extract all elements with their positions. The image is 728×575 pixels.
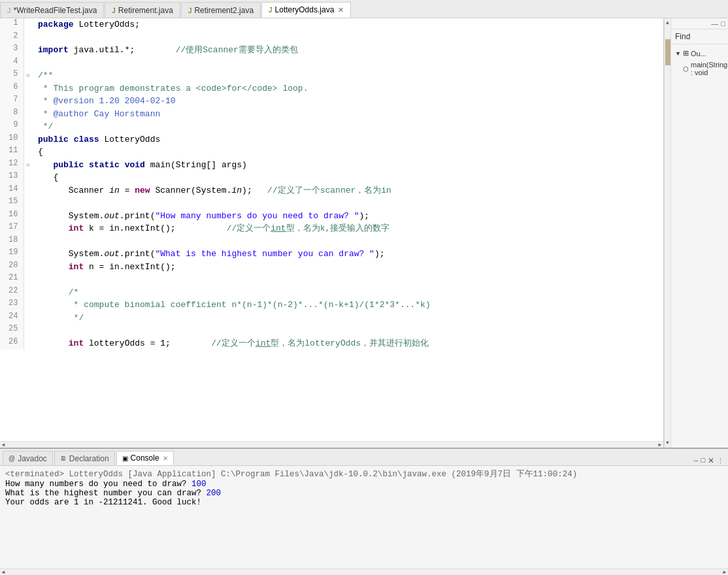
minimize-icon[interactable]: — bbox=[711, 20, 718, 27]
tab-retirement2[interactable]: J Retirement2.java bbox=[181, 2, 261, 18]
code-line-10: 10 public class LotteryOdds bbox=[0, 133, 663, 146]
line-number: 8 bbox=[0, 108, 24, 121]
line-number: 24 bbox=[0, 312, 24, 325]
fold-icon bbox=[24, 57, 33, 70]
line-number: 6 bbox=[0, 82, 24, 95]
line-number: 13 bbox=[0, 171, 24, 184]
tab-console[interactable]: ▣ Console ✕ bbox=[116, 451, 174, 465]
bottom-scroll-right[interactable]: ▶ bbox=[721, 569, 728, 575]
fold-icon bbox=[24, 299, 33, 312]
scroll-track bbox=[665, 26, 670, 440]
fold-icon bbox=[24, 324, 33, 337]
fold-icon bbox=[24, 235, 33, 248]
line-content: */ bbox=[33, 312, 663, 325]
code-line-23: 23 * compute binomial coefficient n*(n-1… bbox=[0, 299, 663, 312]
scroll-up-arrow[interactable]: ▲ bbox=[665, 20, 671, 26]
tab-retirement[interactable]: J Retirement.java bbox=[105, 2, 180, 18]
maximize-icon[interactable]: □ bbox=[721, 20, 725, 27]
code-line-9: 9 */ bbox=[0, 120, 663, 133]
scroll-down-arrow[interactable]: ▼ bbox=[665, 440, 671, 446]
java-file-icon: J bbox=[188, 7, 192, 14]
line-content: * @version 1.20 2004-02-10 bbox=[33, 95, 663, 108]
bottom-maximize-icon[interactable]: □ bbox=[701, 457, 705, 465]
console-output-line-1: How many numbers do you need to draw? 10… bbox=[5, 480, 723, 489]
scroll-thumb[interactable] bbox=[665, 39, 670, 65]
line-content: public static void main(String[] args) bbox=[33, 159, 663, 172]
code-line-6: 6 * This program demonstrates a <code>fo… bbox=[0, 82, 663, 95]
line-content bbox=[33, 57, 663, 70]
fold-icon bbox=[24, 108, 33, 121]
line-content: int k = in.nextInt(); //定义一个int型，名为k,接受输… bbox=[33, 222, 663, 235]
tab-label: *WriteReadFileTest.java bbox=[14, 6, 97, 15]
line-content: * This program demonstrates a <code>for<… bbox=[33, 82, 663, 95]
outline-item-label: main(String[]) : void bbox=[691, 61, 728, 76]
right-sidebar-controls: — □ bbox=[671, 18, 728, 29]
line-number: 4 bbox=[0, 57, 24, 70]
tab-write-read-file[interactable]: J *WriteReadFileTest.java bbox=[0, 2, 104, 18]
line-content: /** bbox=[33, 69, 663, 82]
java-file-icon: J bbox=[112, 7, 116, 14]
bottom-extra-icon[interactable]: ⋮ bbox=[717, 457, 724, 465]
fold-icon[interactable]: ⊖ bbox=[24, 159, 33, 172]
line-content: public class LotteryOdds bbox=[33, 133, 663, 146]
line-content: Scanner in = new Scanner(System.in); //定… bbox=[33, 184, 663, 197]
line-number: 14 bbox=[0, 184, 24, 197]
code-line-17: 17 int k = in.nextInt(); //定义一个int型，名为k,… bbox=[0, 222, 663, 235]
console-terminated-line: <terminated> LotteryOdds [Java Applicati… bbox=[5, 468, 723, 480]
line-content: /* bbox=[33, 286, 663, 299]
bottom-panel: @ Javadoc 🗎 Declaration ▣ Console ✕ — □ … bbox=[0, 448, 728, 575]
line-content: */ bbox=[33, 120, 663, 133]
horizontal-scrollbar[interactable]: ◀ ▶ bbox=[0, 441, 663, 448]
fold-icon bbox=[24, 197, 33, 210]
fold-icon bbox=[24, 31, 33, 44]
code-line-20: 20 int n = in.nextInt(); bbox=[0, 261, 663, 274]
line-content bbox=[33, 31, 663, 44]
fold-icon bbox=[24, 248, 33, 261]
tab-label: Console bbox=[131, 453, 159, 463]
code-line-14: 14 Scanner in = new Scanner(System.in); … bbox=[0, 184, 663, 197]
fold-icon bbox=[24, 120, 33, 133]
line-number: 10 bbox=[0, 133, 24, 146]
outline-item-main[interactable]: ⬡ main(String[]) : void bbox=[671, 59, 728, 78]
line-content: System.out.print("How many numbers do yo… bbox=[33, 210, 663, 223]
code-line-11: 11 { bbox=[0, 146, 663, 159]
line-number: 15 bbox=[0, 197, 24, 210]
find-panel-label[interactable]: Find bbox=[671, 29, 728, 44]
close-tab-icon[interactable]: ✕ bbox=[338, 6, 344, 14]
close-console-icon[interactable]: ✕ bbox=[163, 455, 168, 462]
bottom-minimize-icon[interactable]: — bbox=[694, 457, 699, 465]
code-line-18: 18 bbox=[0, 235, 663, 248]
code-line-24: 24 */ bbox=[0, 312, 663, 325]
fold-icon bbox=[24, 273, 33, 286]
bottom-horizontal-scrollbar[interactable]: ◀ ▶ bbox=[0, 568, 728, 575]
bottom-scroll-left[interactable]: ◀ bbox=[0, 569, 7, 575]
scroll-left-arrow[interactable]: ◀ bbox=[0, 442, 7, 448]
code-table: 1 package LotteryOdds; 2 3 import bbox=[0, 18, 663, 350]
line-content: * @author Cay Horstmann bbox=[33, 108, 663, 121]
code-line-2: 2 bbox=[0, 31, 663, 44]
line-content bbox=[33, 197, 663, 210]
line-content bbox=[33, 324, 663, 337]
code-line-4: 4 bbox=[0, 57, 663, 70]
vertical-scrollbar[interactable]: ▲ ▼ bbox=[664, 18, 670, 448]
line-content: import java.util.*; //使用Scanner需要导入的类包 bbox=[33, 44, 663, 57]
line-number: 22 bbox=[0, 286, 24, 299]
outline-label: Ou... bbox=[691, 50, 706, 58]
outline-expand-icon[interactable]: ▼ bbox=[675, 50, 681, 57]
right-sidebar: — □ Find ▼ ⊞ Ou... ⬡ main(String[]) : vo… bbox=[670, 18, 728, 448]
line-number: 20 bbox=[0, 261, 24, 274]
tab-javadoc[interactable]: @ Javadoc bbox=[3, 451, 53, 465]
tab-declaration[interactable]: 🗎 Declaration bbox=[54, 451, 115, 465]
scroll-right-arrow[interactable]: ▶ bbox=[657, 442, 663, 448]
code-line-25: 25 bbox=[0, 324, 663, 337]
code-area[interactable]: 1 package LotteryOdds; 2 3 import bbox=[0, 18, 663, 441]
bottom-close-icon[interactable]: ✕ bbox=[708, 456, 714, 465]
fold-icon bbox=[24, 95, 33, 108]
code-line-1: 1 package LotteryOdds; bbox=[0, 18, 663, 31]
java-file-icon: J bbox=[269, 6, 273, 14]
fold-icon bbox=[24, 44, 33, 57]
tab-lottery-odds[interactable]: J LotteryOdds.java ✕ bbox=[261, 2, 351, 18]
line-content bbox=[33, 273, 663, 286]
fold-icon[interactable]: ⊖ bbox=[24, 69, 33, 82]
javadoc-icon: @ bbox=[8, 455, 15, 462]
